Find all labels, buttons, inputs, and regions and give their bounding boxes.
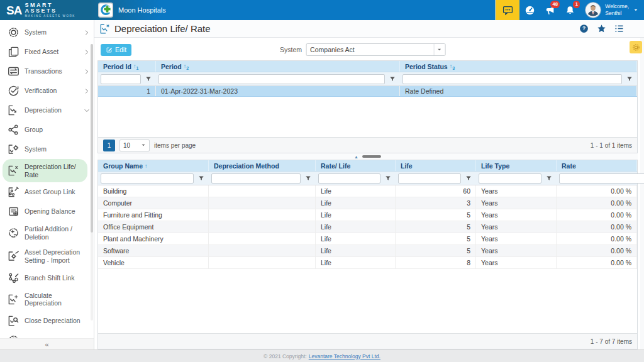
- sidebar-item-branch-shift-link[interactable]: Branch Shift Link: [0, 268, 94, 288]
- page-1-button[interactable]: 1: [103, 140, 115, 151]
- verify-icon: [8, 85, 19, 97]
- user-menu-caret[interactable]: [633, 7, 639, 13]
- brand-tagline: MAKING ASSETS WORK: [25, 15, 75, 18]
- sidebar-item-partial-addition-deletion[interactable]: Partial Addition / Deletion: [0, 221, 94, 244]
- filter-funnel-icon[interactable]: [543, 173, 554, 184]
- sidebar-item-group[interactable]: Group: [0, 120, 94, 140]
- filter-funnel-icon[interactable]: [624, 74, 635, 84]
- column-header-period-status[interactable]: Period Status↑3: [400, 61, 637, 72]
- notifications-button[interactable]: 1: [560, 0, 580, 20]
- column-header-life-type[interactable]: Life Type: [476, 160, 557, 171]
- system-dropdown[interactable]: Companies Act: [306, 43, 445, 56]
- filter-input-rate[interactable]: [559, 173, 644, 184]
- edit-button[interactable]: Edit: [101, 44, 131, 56]
- filter-funnel-icon[interactable]: [463, 173, 474, 184]
- filter-funnel-icon[interactable]: [196, 173, 206, 184]
- page-size-select[interactable]: 10: [119, 140, 150, 151]
- page-title: Depreciation Life/ Rate: [114, 23, 211, 34]
- sidebar-item-system[interactable]: System: [0, 140, 94, 159]
- favorite-button[interactable]: [597, 24, 606, 33]
- sidebar-item-transactions[interactable]: Transactions: [0, 62, 94, 81]
- filter-input-life-type[interactable]: [479, 173, 541, 184]
- sidebar: SystemFixed AssetTransactionsVerificatio…: [0, 20, 94, 349]
- sidebar-item-close-depreciation[interactable]: Close Depreciation: [0, 311, 94, 331]
- table-row-building[interactable]: BuildingLife60Years0.00 %: [98, 185, 637, 197]
- cell-life-type: Years: [476, 257, 557, 268]
- sidebar-item-calculate-depreciation[interactable]: Calculate Depreciation: [0, 288, 94, 311]
- sidebar-collapse-button[interactable]: «: [0, 338, 94, 349]
- table-row-1[interactable]: 101-Apr-2022-31-Mar-2023Rate Defined: [98, 86, 637, 97]
- table-row-furniture-and-fitting[interactable]: Furniture and FittingLife5Years0.00 %: [98, 209, 637, 221]
- app-window: SA SMART ASSETS MAKING ASSETS WORK Moon …: [0, 0, 644, 362]
- table-row-office-equipment[interactable]: Office EquipmentLife5Years0.00 %: [98, 221, 637, 233]
- table-row-vehicle[interactable]: VehicleLife8Years0.00 %: [98, 257, 637, 269]
- sidebar-item-depreciation-life-rate[interactable]: Depreciation Life/ Rate: [3, 159, 87, 182]
- column-header-period[interactable]: Period↑2: [156, 61, 400, 72]
- sidebar-item-label: Close Depreciation: [25, 317, 80, 325]
- cell-rate-life: Life: [316, 209, 396, 221]
- filter-cell-life-type: [476, 172, 557, 185]
- sort-asc-icon: ↑: [145, 163, 148, 169]
- sidebar-item-system[interactable]: System: [0, 23, 94, 42]
- list-view-button[interactable]: [614, 24, 624, 33]
- column-header-period-id[interactable]: Period Id↑1: [98, 61, 156, 72]
- chevron-down-icon: [84, 107, 90, 114]
- splitter-handle[interactable]: ▲: [97, 153, 638, 160]
- cell-rate-life: Life: [316, 185, 396, 197]
- filter-cell-rate: [557, 172, 644, 185]
- sidebar-item-opening-balance[interactable]: Opening Balance: [0, 202, 94, 221]
- cell-rate: 0.00 %: [557, 185, 637, 197]
- table-row-plant-and-machinery[interactable]: Plant and MachineryLife5Years0.00 %: [98, 233, 637, 245]
- column-header-depreciation-method[interactable]: Depreciation Method: [209, 160, 316, 171]
- sidebar-item-fixed-asset[interactable]: Fixed Asset: [0, 42, 94, 62]
- chevron-down-icon[interactable]: [433, 44, 445, 55]
- sidebar-item-depreciation[interactable]: Depreciation: [0, 101, 94, 120]
- sidebar-item-label: Calculate Depreciation: [25, 292, 90, 307]
- filter-cell-depreciation-method: [209, 172, 316, 185]
- column-header-life[interactable]: Life: [396, 160, 476, 171]
- company-link[interactable]: Levantare Technology Pvt Ltd.: [309, 353, 380, 359]
- column-header-group-name[interactable]: Group Name↑: [98, 160, 209, 171]
- user-avatar[interactable]: [585, 2, 601, 18]
- cell-group-name: Computer: [98, 197, 209, 209]
- filter-funnel-icon[interactable]: [303, 173, 313, 184]
- filter-input-life[interactable]: [398, 173, 461, 184]
- help-button[interactable]: ?: [579, 24, 589, 33]
- chevron-right-icon: [84, 49, 90, 55]
- filter-cell-rate-life: [316, 172, 396, 185]
- sidebar-item-label: Asset Depreciation Setting - Import: [25, 248, 90, 264]
- dashboard-button[interactable]: [519, 0, 540, 20]
- filter-input-period-status[interactable]: [402, 74, 622, 84]
- sidebar-item-asset-depreciation-setting-import[interactable]: Asset Depreciation Setting - Import: [0, 244, 94, 268]
- table-row-computer[interactable]: ComputerLife3Years0.00 %: [98, 197, 637, 209]
- cell-rate-life: Life: [316, 233, 396, 244]
- table-row-software[interactable]: SoftwareLife5Years0.00 %: [98, 245, 637, 257]
- filter-input-period-id[interactable]: [101, 74, 141, 84]
- scrollbar-thumb[interactable]: [91, 44, 93, 233]
- main-area: Depreciation Life/ Rate ?: [94, 20, 644, 349]
- cell-rate: 0.00 %: [557, 209, 637, 221]
- filter-funnel-icon[interactable]: [382, 173, 393, 184]
- sidebar-scrollbar[interactable]: [91, 44, 93, 321]
- filter-input-depreciation-method[interactable]: [211, 173, 301, 184]
- column-header-rate-life[interactable]: Rate/ Life: [316, 160, 396, 171]
- sidebar-item-verification[interactable]: Verification: [0, 81, 94, 101]
- sidebar-item-asset-group-link[interactable]: Asset Group Link: [0, 182, 94, 202]
- column-header-rate[interactable]: Rate: [557, 160, 637, 171]
- filter-input-rate-life[interactable]: [318, 173, 380, 184]
- chat-button[interactable]: [496, 0, 519, 20]
- filter-input-period[interactable]: [158, 74, 385, 84]
- notification-badge: 1: [573, 1, 580, 8]
- filter-funnel-icon[interactable]: [387, 74, 397, 84]
- system-dropdown-value: Companies Act: [306, 46, 433, 53]
- toolbar: Edit System Companies Act: [97, 41, 638, 58]
- chevron-right-icon: [84, 88, 90, 94]
- system-label: System: [280, 46, 302, 53]
- filter-input-group-name[interactable]: [101, 173, 194, 184]
- filter-cell-group-name: [98, 172, 209, 185]
- cell-group-name: Plant and Machinery: [98, 233, 209, 244]
- announcements-button[interactable]: 48: [540, 0, 560, 20]
- sidebar-item-partial[interactable]: [0, 331, 94, 338]
- group-table-pager: 1 - 7 of 7 items: [98, 333, 637, 349]
- filter-funnel-icon[interactable]: [143, 74, 153, 84]
